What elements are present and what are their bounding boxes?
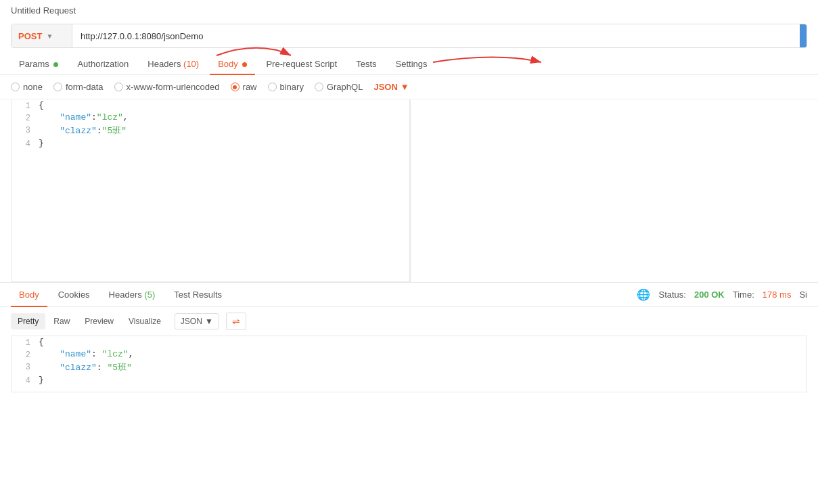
wrap-button[interactable]: ⇌ bbox=[226, 313, 246, 330]
response-tab-body[interactable]: Body bbox=[11, 283, 47, 306]
request-line-1: 1 { bbox=[12, 99, 409, 112]
radio-binary[interactable]: binary bbox=[268, 82, 304, 92]
send-button[interactable] bbox=[800, 24, 806, 47]
response-tabs: Body Cookies Headers (5) Test Results 🌐 … bbox=[0, 283, 818, 307]
response-toolbar: Pretty Raw Preview Visualize JSON ▼ ⇌ bbox=[0, 307, 818, 336]
right-panel bbox=[410, 99, 818, 282]
radio-graphql[interactable]: GraphQL bbox=[315, 82, 363, 92]
tab-params[interactable]: Params bbox=[11, 53, 66, 74]
radio-binary-circle bbox=[268, 83, 277, 91]
json-format-select[interactable]: JSON ▼ bbox=[373, 82, 409, 92]
radio-none[interactable]: none bbox=[11, 82, 43, 92]
visualize-button[interactable]: Visualize bbox=[122, 313, 168, 329]
radio-urlencoded[interactable]: x-www-form-urlencoded bbox=[114, 82, 220, 92]
radio-binary-label: binary bbox=[280, 82, 304, 92]
params-dot bbox=[53, 62, 58, 67]
radio-raw-label: raw bbox=[243, 82, 257, 92]
response-line-3: 3 "clazz": "5班" bbox=[12, 361, 806, 374]
request-title: Untitled Request bbox=[0, 0, 818, 18]
time-label: Time: bbox=[733, 290, 754, 300]
json-format-label: JSON bbox=[373, 82, 397, 92]
preview-button[interactable]: Preview bbox=[78, 313, 120, 329]
status-label: Status: bbox=[658, 290, 685, 300]
response-headers-badge: (5) bbox=[142, 290, 156, 300]
method-label: POST bbox=[18, 31, 42, 41]
pretty-button[interactable]: Pretty bbox=[11, 313, 45, 329]
radio-raw[interactable]: raw bbox=[231, 82, 257, 92]
headers-badge: (10) bbox=[181, 59, 199, 69]
size-label: Si bbox=[799, 290, 807, 300]
body-dot bbox=[242, 62, 247, 67]
response-json-select[interactable]: JSON ▼ bbox=[175, 313, 219, 329]
radio-graphql-label: GraphQL bbox=[327, 82, 363, 92]
response-line-1: 1 { bbox=[12, 336, 806, 348]
request-line-3: 3 "clazz":"5班" bbox=[12, 124, 409, 137]
radio-form-data-label: form-data bbox=[66, 82, 104, 92]
radio-urlencoded-circle bbox=[114, 83, 123, 91]
radio-form-data[interactable]: form-data bbox=[53, 82, 104, 92]
body-types-row: none form-data x-www-form-urlencoded raw… bbox=[0, 75, 818, 99]
radio-form-data-circle bbox=[53, 83, 62, 91]
request-tabs: Params Authorization Headers (10) Body P… bbox=[0, 53, 818, 75]
request-body-editor[interactable]: 1 { 2 "name":"lcz", 3 "clazz":"5班" 4 } bbox=[11, 99, 410, 282]
response-tab-cookies[interactable]: Cookies bbox=[50, 283, 98, 306]
response-status-area: 🌐 Status: 200 OK Time: 178 ms Si bbox=[637, 288, 807, 301]
json-format-chevron-icon: ▼ bbox=[401, 82, 409, 92]
tab-tests[interactable]: Tests bbox=[348, 53, 384, 74]
main-content: 1 { 2 "name":"lcz", 3 "clazz":"5班" 4 } bbox=[0, 99, 818, 282]
status-value: 200 OK bbox=[694, 290, 725, 300]
tab-pre-request[interactable]: Pre-request Script bbox=[258, 53, 345, 74]
radio-graphql-circle bbox=[315, 83, 323, 91]
url-bar: POST ▼ bbox=[11, 24, 807, 48]
wrap-icon: ⇌ bbox=[232, 316, 240, 327]
response-json-chevron-icon: ▼ bbox=[205, 317, 213, 326]
tab-body[interactable]: Body bbox=[210, 53, 255, 74]
time-value: 178 ms bbox=[763, 290, 792, 300]
request-line-2: 2 "name":"lcz", bbox=[12, 112, 409, 124]
radio-none-label: none bbox=[23, 82, 43, 92]
response-body-editor: 1 { 2 "name": "lcz", 3 "clazz": "5班" 4 } bbox=[11, 336, 807, 392]
tab-headers[interactable]: Headers (10) bbox=[139, 53, 207, 74]
request-line-4: 4 } bbox=[12, 137, 409, 150]
method-select[interactable]: POST ▼ bbox=[12, 24, 72, 47]
radio-none-circle bbox=[11, 83, 20, 91]
tab-authorization[interactable]: Authorization bbox=[69, 53, 137, 74]
tab-settings[interactable]: Settings bbox=[388, 53, 436, 74]
globe-icon: 🌐 bbox=[637, 288, 650, 301]
response-tab-headers[interactable]: Headers (5) bbox=[101, 283, 164, 306]
response-json-label: JSON bbox=[181, 317, 202, 326]
response-line-4: 4 } bbox=[12, 374, 806, 386]
method-chevron-icon: ▼ bbox=[46, 32, 53, 40]
url-input[interactable] bbox=[72, 31, 800, 41]
response-line-2: 2 "name": "lcz", bbox=[12, 348, 806, 361]
response-tab-test-results[interactable]: Test Results bbox=[166, 283, 230, 306]
raw-button[interactable]: Raw bbox=[47, 313, 76, 329]
radio-raw-circle bbox=[231, 83, 240, 91]
radio-urlencoded-label: x-www-form-urlencoded bbox=[127, 82, 220, 92]
response-section: Body Cookies Headers (5) Test Results 🌐 … bbox=[0, 282, 818, 392]
